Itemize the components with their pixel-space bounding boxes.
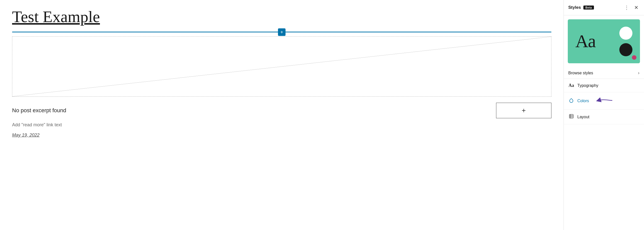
- arrow-annotation: [596, 96, 614, 105]
- meta-row: No post excerpt found +: [12, 103, 551, 118]
- add-more-button[interactable]: +: [496, 103, 551, 118]
- colors-icon: [568, 98, 574, 104]
- colors-label: Colors: [577, 99, 589, 103]
- circle-white: [619, 27, 632, 40]
- read-more-text: Add "read more" link text: [12, 122, 551, 128]
- post-date[interactable]: May 19, 2022: [12, 133, 551, 138]
- browse-styles-row[interactable]: Browse styles ›: [564, 67, 644, 79]
- beta-badge: Beta: [583, 6, 594, 10]
- section-item-layout[interactable]: Layout: [564, 110, 644, 124]
- more-options-button[interactable]: ⋮: [623, 4, 630, 12]
- style-preview-card[interactable]: Aa: [568, 19, 640, 63]
- layout-icon: [568, 114, 574, 120]
- typography-label: Typography: [577, 83, 598, 88]
- style-preview-dot: [632, 55, 636, 60]
- browse-styles-label: Browse styles: [568, 71, 593, 75]
- style-preview-text: Aa: [575, 31, 595, 52]
- sidebar-header: Styles Beta ⋮ ✕: [564, 0, 644, 15]
- browse-styles-chevron-icon: ›: [638, 70, 639, 76]
- style-preview-circles: [619, 27, 632, 56]
- separator-row: +: [12, 32, 551, 32]
- sidebar-header-actions: ⋮ ✕: [623, 4, 639, 12]
- sidebar-title: Styles: [568, 5, 581, 10]
- layout-label: Layout: [577, 115, 589, 119]
- circle-dark: [619, 43, 632, 56]
- styles-sidebar: Styles Beta ⋮ ✕ Aa Browse styles › Aa Ty…: [564, 0, 644, 230]
- image-placeholder: [12, 36, 551, 97]
- main-content: Test Example + No post excerpt found + A…: [0, 0, 564, 230]
- separator-add-button[interactable]: +: [278, 28, 286, 36]
- no-excerpt-text: No post excerpt found: [12, 107, 66, 114]
- section-item-typography[interactable]: Aa Typography: [564, 79, 644, 92]
- close-button[interactable]: ✕: [633, 4, 639, 12]
- svg-rect-0: [570, 114, 573, 118]
- section-item-colors[interactable]: Colors: [564, 92, 644, 110]
- page-title: Test Example: [12, 8, 551, 26]
- typography-icon: Aa: [568, 83, 574, 88]
- sidebar-header-left: Styles Beta: [568, 5, 594, 10]
